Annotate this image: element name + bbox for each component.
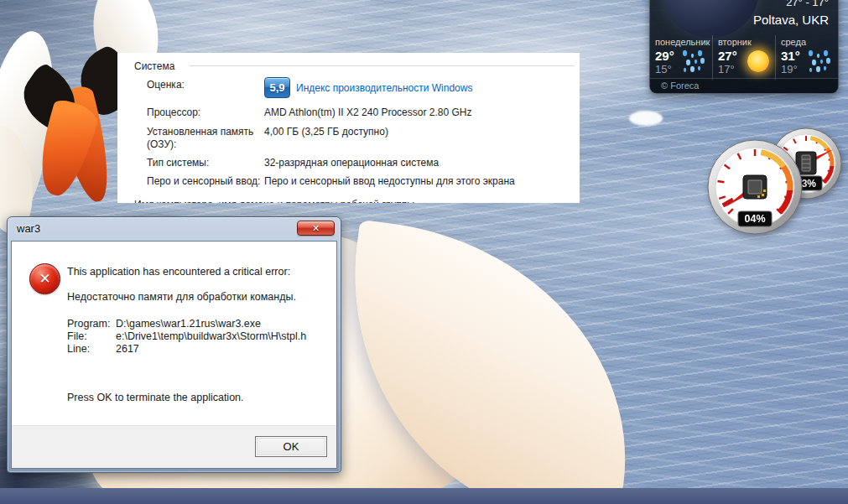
swan-head-left <box>0 26 67 234</box>
weather-gadget[interactable]: 27° - 17° Poltava, UKR понедельник 29° 1… <box>649 0 839 94</box>
swan-mask-left <box>13 61 87 135</box>
cpu-value: AMD Athlon(tm) II X2 240 Processor 2.80 … <box>264 107 471 119</box>
moon-icon <box>662 0 759 38</box>
floating-feather <box>629 111 663 126</box>
performance-index-link[interactable]: Индекс производительности Windows <box>296 82 472 94</box>
dialog-content: ✕ This application has encountered a cri… <box>11 241 337 469</box>
rating-label: Оценка: <box>147 79 260 91</box>
current-temp-range: 27° - 17° <box>786 0 829 8</box>
day-name: понедельник <box>655 37 712 47</box>
performance-index-badge[interactable]: 5,9 <box>264 77 290 98</box>
system-info-panel: Система Оценка: 5,9 Индекс производитель… <box>117 53 580 203</box>
line-label: Line: <box>67 343 90 355</box>
war3-error-dialog: war3 ✕ ✕ This application has encountere… <box>7 216 341 473</box>
cpu-chip-inner <box>748 180 762 194</box>
error-icon: ✕ <box>29 263 60 294</box>
file-value: e:\Drive1\temp\buildwar3x\Storm\H\stpl.h <box>116 330 306 342</box>
ram-value: 4,00 ГБ (3,25 ГБ доступно) <box>264 126 388 138</box>
ok-button[interactable]: OK <box>255 436 327 457</box>
desktop: Система Оценка: 5,9 Индекс производитель… <box>0 0 848 504</box>
forecast-day-tuesday: вторник 27° 17° <box>712 35 775 81</box>
forecast-day-wednesday: среда 31° 19° <box>775 35 838 81</box>
file-label: File: <box>67 330 87 342</box>
swan-beak-left <box>30 97 101 200</box>
error-message-en: This application has encountered a criti… <box>67 266 290 278</box>
pen-touch-label: Перо и сенсорный ввод: <box>147 175 273 188</box>
day-name: вторник <box>718 37 775 47</box>
clipped-next-section-heading: Имя компьютера, имя домена и параметры р… <box>134 199 570 203</box>
weather-credit: © Foreca <box>650 78 838 93</box>
system-type-value: 32-разрядная операционная система <box>264 157 439 169</box>
dialog-title: war3 <box>17 222 40 235</box>
cpu-label: Процессор: <box>147 107 260 119</box>
cpu-meter-gadget[interactable]: 04% <box>706 138 804 236</box>
error-message-ru: Недостаточно памяти для обработки команд… <box>67 291 296 303</box>
rain-icon <box>807 49 832 74</box>
system-type-label: Тип системы: <box>147 157 260 169</box>
group-separator <box>190 65 575 66</box>
line-value: 2617 <box>116 343 139 355</box>
day-name: среда <box>781 37 838 47</box>
program-value: D:\games\war1.21rus\war3.exe <box>116 318 261 330</box>
system-group-title: Система <box>134 60 174 72</box>
program-label: Program: <box>67 318 110 330</box>
dialog-footer: OK <box>12 425 336 468</box>
error-icon-glyph: ✕ <box>39 272 50 286</box>
close-button[interactable]: ✕ <box>297 221 335 236</box>
cpu-usage-value: 04% <box>744 213 765 225</box>
pen-touch-value: Перо и сенсорный ввод недоступны для это… <box>264 175 515 188</box>
swan-beak-right <box>50 84 119 206</box>
rain-icon <box>681 49 706 74</box>
terminate-instruction: Press OK to terminate the application. <box>67 392 244 403</box>
weather-location: Poltava, UKR <box>753 13 829 27</box>
close-icon: ✕ <box>312 224 320 233</box>
forecast-day-monday: понедельник 29° 15° <box>650 35 712 81</box>
water-bottom-strip <box>0 488 848 504</box>
sun-icon <box>747 50 769 72</box>
ram-label: Установленная память (ОЗУ): <box>147 126 260 151</box>
dialog-titlebar[interactable]: war3 ✕ <box>8 217 341 241</box>
swan-wing <box>326 220 652 504</box>
forecast-row: понедельник 29° 15° вторник 27° 17° сред… <box>650 35 838 81</box>
